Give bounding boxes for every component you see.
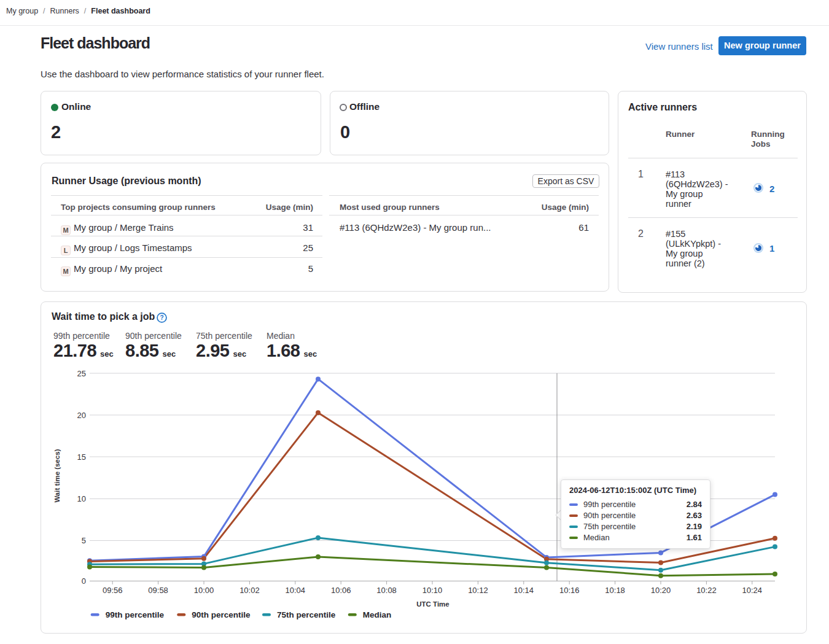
- svg-text:10:08: 10:08: [376, 586, 397, 595]
- svg-text:09:58: 09:58: [148, 586, 168, 595]
- svg-text:10:00: 10:00: [194, 586, 214, 595]
- svg-text:10:06: 10:06: [331, 586, 351, 595]
- svg-text:10:18: 10:18: [605, 586, 625, 595]
- svg-text:UTC Time: UTC Time: [416, 600, 449, 608]
- svg-text:10: 10: [77, 494, 86, 503]
- svg-text:10:12: 10:12: [468, 586, 488, 595]
- svg-text:10:24: 10:24: [742, 586, 763, 595]
- svg-text:10:16: 10:16: [559, 586, 580, 595]
- svg-text:0: 0: [82, 576, 86, 586]
- svg-text:10:10: 10:10: [422, 586, 443, 595]
- svg-text:09:56: 09:56: [103, 586, 123, 595]
- svg-text:15: 15: [77, 452, 86, 462]
- svg-text:10:02: 10:02: [239, 586, 260, 595]
- svg-text:10:14: 10:14: [514, 586, 534, 595]
- svg-text:20: 20: [77, 411, 86, 420]
- svg-text:25: 25: [77, 369, 86, 378]
- svg-text:10:04: 10:04: [286, 586, 306, 595]
- svg-text:5: 5: [82, 536, 86, 545]
- svg-text:10:20: 10:20: [651, 586, 671, 595]
- svg-text:Wait time (secs): Wait time (secs): [53, 449, 61, 502]
- svg-text:75th percentile: 75th percentile: [277, 610, 336, 619]
- svg-text:10:22: 10:22: [696, 586, 717, 595]
- svg-text:99th percentile: 99th percentile: [106, 610, 165, 619]
- svg-text:90th percentile: 90th percentile: [192, 610, 251, 619]
- svg-text:Median: Median: [363, 610, 392, 619]
